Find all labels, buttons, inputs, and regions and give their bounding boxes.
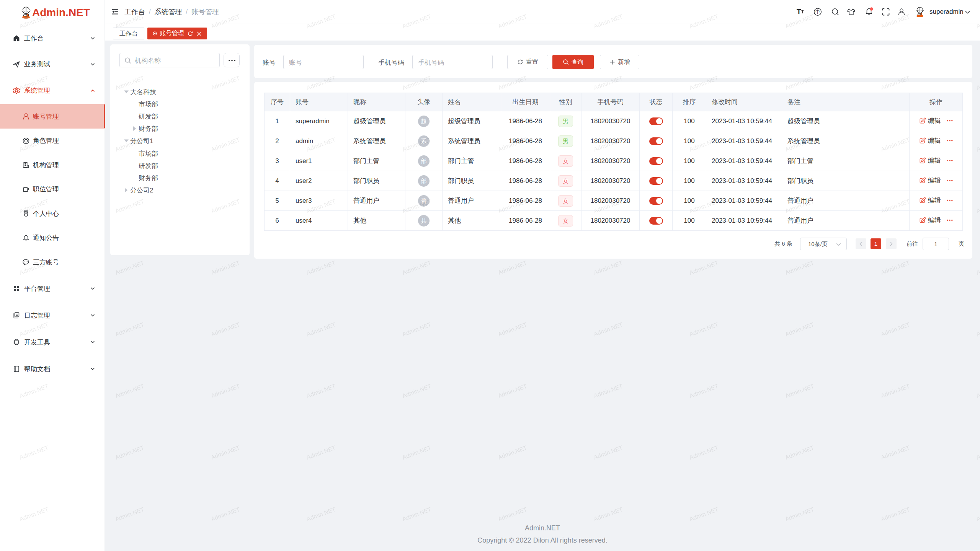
svg-text:中: 中 bbox=[815, 9, 820, 15]
